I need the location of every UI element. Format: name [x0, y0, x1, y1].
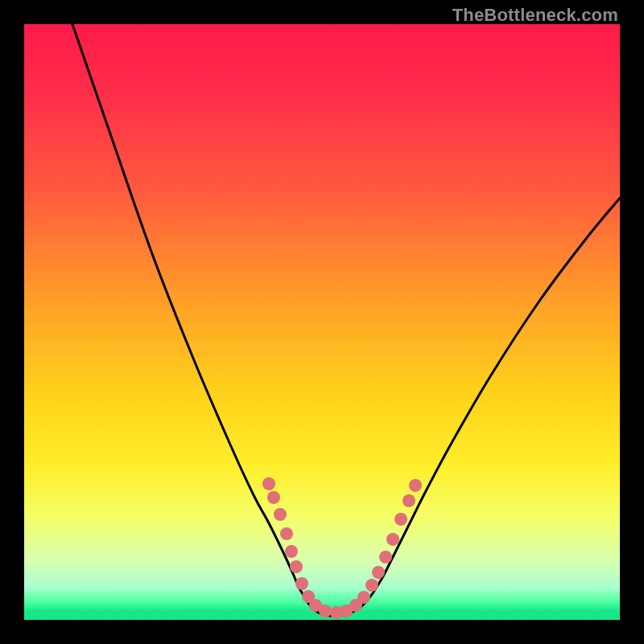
data-dot	[274, 508, 287, 521]
data-dot	[372, 566, 385, 579]
data-dot	[386, 533, 399, 546]
data-dot	[290, 560, 303, 573]
data-dot	[409, 479, 422, 492]
data-dot	[267, 491, 280, 504]
outer-frame: TheBottleneck.com	[0, 0, 644, 644]
data-dot	[280, 527, 293, 540]
data-dot	[262, 477, 275, 490]
data-dot	[285, 545, 298, 558]
data-dot	[295, 577, 308, 590]
data-dot	[357, 591, 370, 604]
data-dot	[365, 579, 378, 592]
watermark-text: TheBottleneck.com	[452, 5, 618, 26]
data-dot	[402, 494, 415, 507]
data-dot	[394, 513, 407, 526]
bottleneck-curve	[24, 24, 620, 620]
data-dot	[379, 551, 392, 564]
plot-area	[24, 24, 620, 620]
